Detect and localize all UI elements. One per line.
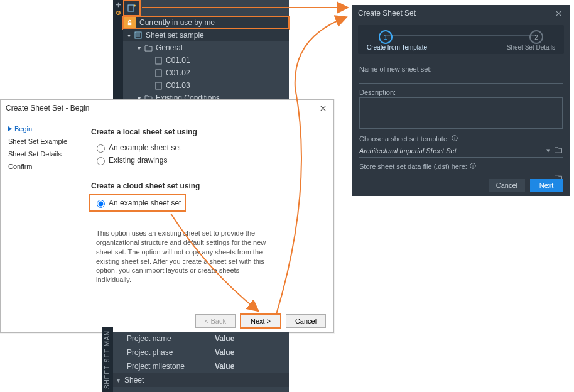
panel-pin-column bbox=[113, 0, 123, 102]
wizard-nav-example[interactable]: Sheet Set Example bbox=[8, 135, 77, 148]
wizard-nav-confirm[interactable]: Confirm bbox=[8, 160, 77, 173]
svg-rect-2 bbox=[128, 5, 134, 11]
property-group-sheet[interactable]: ▾ Sheet bbox=[113, 373, 289, 387]
wizard-step-bar: 1 2 Create from Template Sheet Set Detai… bbox=[358, 25, 564, 54]
wizard-nav-details[interactable]: Sheet Set Details bbox=[8, 148, 77, 160]
svg-text:i: i bbox=[472, 164, 474, 168]
twisty-icon[interactable]: ▾ bbox=[117, 377, 124, 384]
property-value: Value bbox=[215, 334, 234, 343]
name-field-label: Name of new sheet set: bbox=[359, 65, 563, 73]
create-sheet-set-wizard: Create Sheet Set - Begin Begin Sheet Set… bbox=[0, 99, 334, 333]
property-key: Project name bbox=[127, 334, 215, 343]
tree-group-label: General bbox=[156, 43, 183, 52]
description-input[interactable] bbox=[359, 97, 563, 129]
svg-rect-3 bbox=[127, 22, 131, 25]
anchor-icon[interactable] bbox=[115, 1, 122, 8]
cloud-section-head: Create a cloud sheet set using bbox=[91, 182, 321, 190]
tree-item-label: C01.03 bbox=[166, 81, 190, 90]
panel-tab-label: SHEET SET MAN bbox=[104, 330, 111, 388]
tree-item-label: C01.02 bbox=[166, 68, 190, 77]
svg-rect-6 bbox=[155, 57, 161, 64]
info-icon[interactable]: i bbox=[452, 135, 458, 143]
gear-icon[interactable] bbox=[115, 9, 122, 16]
sheet-set-properties-panel: SHEET SET MAN Project name Value Project… bbox=[113, 332, 289, 392]
property-group-label: Sheet bbox=[124, 376, 144, 384]
cancel-button[interactable]: Cancel bbox=[286, 314, 326, 328]
template-select[interactable]: Architectural Imperial Sheet Set ▾ bbox=[359, 144, 563, 158]
new-sheet-set-button[interactable] bbox=[123, 0, 141, 16]
radio-cloud-example-highlight: An example sheet set bbox=[90, 195, 185, 210]
close-icon[interactable] bbox=[317, 102, 328, 114]
svg-rect-5 bbox=[136, 33, 140, 37]
nav-label: Confirm bbox=[8, 163, 33, 170]
lock-icon bbox=[123, 16, 136, 29]
svg-text:i: i bbox=[454, 136, 455, 141]
wizard-nav: Begin Sheet Set Example Sheet Set Detail… bbox=[1, 116, 81, 310]
new-sheet-set-icon bbox=[127, 3, 137, 13]
template-field-label: Choose a sheet set template: i bbox=[359, 135, 563, 143]
nav-label: Sheet Set Details bbox=[8, 150, 62, 158]
tree-item[interactable]: C01.03 bbox=[123, 79, 289, 92]
sheet-set-icon bbox=[133, 30, 143, 40]
radio-input[interactable] bbox=[97, 144, 105, 153]
property-row[interactable]: Project phase Value bbox=[113, 346, 289, 359]
property-row[interactable]: Project name Value bbox=[113, 332, 289, 346]
option-description: This option uses an existing sheet set t… bbox=[90, 229, 287, 285]
nav-label: Begin bbox=[14, 125, 32, 133]
dialog-titlebar: Create Sheet Set bbox=[352, 5, 570, 21]
cancel-button[interactable]: Cancel bbox=[489, 179, 525, 192]
lock-status-row: Currently in use by me bbox=[123, 16, 289, 29]
step-2-label: Sheet Set Details bbox=[507, 44, 555, 51]
sheet-set-tree-panel: Currently in use by me ▾ Sheet set sampl… bbox=[113, 0, 289, 101]
tree-group-general[interactable]: ▾ General bbox=[123, 41, 289, 54]
radio-example-sheet-set[interactable]: An example sheet set bbox=[90, 141, 321, 154]
store-field-label: Store sheet set data file (.dst) here: i bbox=[359, 163, 563, 170]
tree-root-label: Sheet set sample bbox=[146, 31, 204, 40]
next-button[interactable]: Next bbox=[530, 179, 563, 192]
radio-existing-drawings[interactable]: Existing drawings bbox=[90, 154, 321, 166]
wizard-main: Create a local sheet set using An exampl… bbox=[81, 116, 333, 310]
description-field-label: Description: bbox=[359, 89, 563, 96]
tree-root[interactable]: ▾ Sheet set sample bbox=[123, 29, 289, 41]
sheet-icon bbox=[153, 80, 163, 90]
twisty-icon[interactable]: ▾ bbox=[134, 45, 143, 52]
tree-item[interactable]: C01.02 bbox=[123, 67, 289, 79]
svg-point-1 bbox=[117, 13, 119, 14]
property-value: Value bbox=[215, 362, 234, 371]
svg-rect-8 bbox=[155, 82, 161, 89]
radio-cloud-example[interactable]: An example sheet set bbox=[94, 197, 181, 209]
step-1-label: Create from Template bbox=[367, 44, 427, 51]
svg-rect-7 bbox=[155, 70, 161, 77]
twisty-icon[interactable]: ▾ bbox=[124, 32, 133, 39]
radio-label: An example sheet set bbox=[109, 143, 181, 152]
browse-folder-icon[interactable] bbox=[554, 146, 563, 155]
chevron-down-icon[interactable]: ▾ bbox=[543, 146, 554, 155]
dialog-title: Create Sheet Set bbox=[358, 9, 416, 18]
step-2-dot[interactable]: 2 bbox=[529, 30, 543, 44]
lock-status-text: Currently in use by me bbox=[139, 18, 215, 27]
folder-icon bbox=[143, 43, 153, 53]
panel-vertical-tab[interactable]: SHEET SET MAN bbox=[102, 327, 113, 392]
wizard-nav-begin[interactable]: Begin bbox=[8, 122, 77, 135]
property-row[interactable]: Project milestone Value bbox=[113, 359, 289, 373]
radio-input[interactable] bbox=[97, 200, 105, 208]
radio-label: Existing drawings bbox=[109, 156, 167, 165]
step-1-dot[interactable]: 1 bbox=[379, 30, 393, 44]
info-icon[interactable]: i bbox=[470, 163, 476, 170]
create-sheet-set-dialog: Create Sheet Set 1 2 Create from Templat… bbox=[352, 5, 570, 196]
next-button[interactable]: Next > bbox=[241, 314, 281, 328]
property-key: Project milestone bbox=[127, 362, 215, 371]
tree-item[interactable]: C01.01 bbox=[123, 54, 289, 67]
wizard-footer: < Back Next > Cancel bbox=[1, 310, 333, 332]
radio-input[interactable] bbox=[97, 157, 105, 165]
wizard-title-text: Create Sheet Set - Begin bbox=[6, 104, 89, 112]
divider bbox=[90, 222, 321, 222]
radio-label: An example sheet set bbox=[109, 199, 181, 207]
name-input[interactable] bbox=[359, 83, 563, 84]
property-key: Project phase bbox=[127, 348, 215, 357]
dialog-footer: Cancel Next bbox=[352, 175, 570, 196]
back-button[interactable]: < Back bbox=[195, 314, 236, 328]
nav-label: Sheet Set Example bbox=[8, 138, 67, 145]
close-icon[interactable] bbox=[553, 8, 564, 19]
sheet-icon bbox=[153, 55, 163, 65]
